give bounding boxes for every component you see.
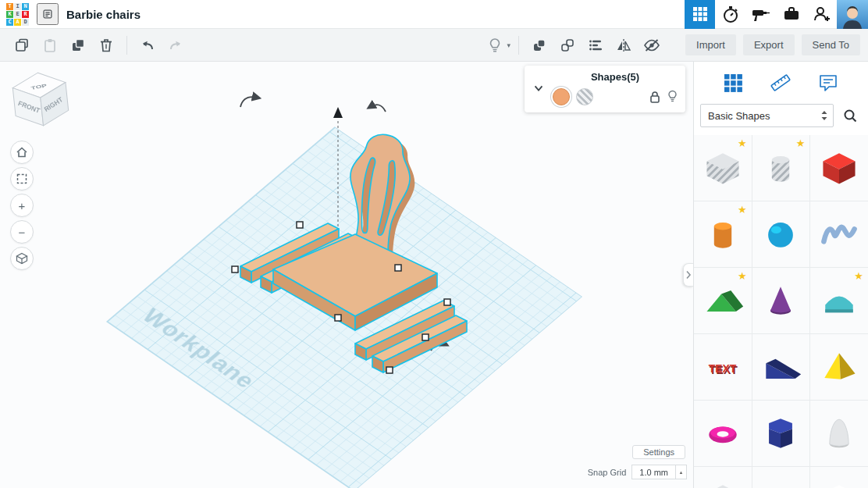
ungroup-button[interactable] bbox=[555, 34, 580, 57]
power-tool-icon bbox=[751, 5, 771, 23]
shape-partial-3[interactable] bbox=[810, 467, 868, 488]
import-button[interactable]: Import bbox=[685, 34, 736, 55]
perspective-toggle-button[interactable] bbox=[10, 247, 34, 270]
shape-box-hole[interactable]: ★ bbox=[694, 135, 752, 201]
shape-library[interactable]: ★★★★★TEXTTEXT bbox=[694, 135, 868, 488]
shape-sphere[interactable] bbox=[752, 201, 810, 267]
search-shapes-button[interactable] bbox=[838, 104, 862, 127]
caret-updown-icon bbox=[820, 109, 828, 122]
shape-torus[interactable] bbox=[694, 401, 752, 466]
align-button[interactable] bbox=[583, 34, 608, 57]
home-view-button[interactable] bbox=[10, 141, 34, 164]
lightbulb-caret-icon[interactable]: ▾ bbox=[507, 41, 511, 49]
shape-wedge[interactable] bbox=[752, 334, 810, 400]
view-cube[interactable]: TOP FRONT RIGHT bbox=[8, 69, 73, 135]
duplicate-icon bbox=[70, 37, 86, 53]
hide-icon bbox=[643, 37, 660, 53]
snap-grid-caret-icon[interactable]: ▲ bbox=[675, 465, 686, 479]
tinkercad-logo[interactable]: TINKERCAD bbox=[6, 3, 29, 26]
redo-icon bbox=[167, 37, 184, 53]
zoom-out-button[interactable]: − bbox=[10, 220, 34, 244]
toolbox-button[interactable] bbox=[776, 0, 806, 29]
shape-cylinder-hole[interactable]: ★ bbox=[752, 135, 810, 201]
copy-button[interactable] bbox=[9, 34, 34, 57]
shape-category-select[interactable]: Basic Shapes bbox=[700, 104, 834, 127]
chevron-down-icon bbox=[532, 82, 545, 94]
torus-icon bbox=[701, 411, 745, 455]
tab-ruler[interactable] bbox=[770, 73, 792, 93]
shape-cylinder[interactable]: ★ bbox=[694, 201, 752, 267]
raise-handle[interactable] bbox=[333, 107, 343, 118]
shape-polygon[interactable] bbox=[752, 401, 810, 466]
wedge-icon bbox=[759, 345, 802, 389]
lock-button[interactable] bbox=[649, 90, 661, 104]
blocks-mode-button[interactable] bbox=[685, 0, 715, 29]
shape-paraboloid[interactable] bbox=[810, 401, 868, 466]
shape-scribble[interactable] bbox=[810, 201, 868, 267]
show-all-button[interactable] bbox=[482, 34, 507, 57]
app-header: TINKERCAD Barbie chairs bbox=[0, 0, 868, 29]
delete-button[interactable] bbox=[94, 34, 119, 57]
box-hole-icon bbox=[701, 146, 745, 190]
shape-pyramid[interactable] bbox=[810, 334, 868, 400]
zoom-in-button[interactable]: + bbox=[10, 194, 34, 217]
shape-partial-2[interactable] bbox=[752, 467, 810, 488]
solid-color-swatch[interactable] bbox=[553, 88, 570, 105]
my-designs-button[interactable] bbox=[37, 3, 59, 25]
print-tool-button[interactable] bbox=[745, 0, 776, 29]
polygon-icon bbox=[759, 411, 802, 455]
user-avatar[interactable] bbox=[837, 0, 868, 29]
viewport-3d[interactable]: Workplane bbox=[0, 62, 693, 488]
shape-roof[interactable]: ★ bbox=[694, 268, 752, 333]
hide-shape-button[interactable] bbox=[667, 90, 678, 104]
collapse-shapes-panel-button[interactable] bbox=[683, 263, 693, 287]
navigation-controls: + − bbox=[10, 141, 34, 270]
duplicate-button[interactable] bbox=[66, 34, 91, 57]
shape-partial-1[interactable] bbox=[694, 467, 752, 488]
shape-box[interactable] bbox=[810, 135, 868, 201]
stopwatch-icon bbox=[721, 5, 740, 23]
group-icon bbox=[532, 37, 547, 53]
rotate-handle-top-right[interactable] bbox=[370, 105, 386, 112]
cone-icon bbox=[759, 279, 802, 322]
toolbar-separator bbox=[518, 36, 519, 55]
hide-button[interactable] bbox=[639, 34, 664, 57]
tab-shapes[interactable] bbox=[724, 73, 743, 93]
mirror-button[interactable] bbox=[611, 34, 636, 57]
scribble-icon bbox=[817, 212, 861, 256]
design-title[interactable]: Barbie chairs bbox=[66, 8, 141, 21]
chair-model[interactable] bbox=[240, 130, 467, 372]
copy-icon bbox=[14, 37, 30, 53]
shape-filter-row: Basic Shapes bbox=[694, 104, 868, 135]
person-add-icon bbox=[812, 5, 832, 23]
shape-text[interactable]: TEXTTEXT bbox=[694, 334, 752, 400]
export-button[interactable]: Export bbox=[743, 34, 795, 55]
logo-letter: A bbox=[14, 19, 21, 26]
group-button[interactable] bbox=[527, 34, 552, 57]
simlab-button[interactable] bbox=[715, 0, 745, 29]
trash-icon bbox=[98, 37, 114, 53]
collapse-selection-panel-button[interactable] bbox=[531, 71, 546, 105]
rotate-handle-top-left[interactable] bbox=[240, 97, 258, 107]
redo-button[interactable] bbox=[163, 34, 188, 57]
toolbar-separator bbox=[126, 36, 127, 55]
briefcase-icon bbox=[782, 5, 801, 23]
snap-grid-value: 1.0 mm bbox=[632, 465, 675, 479]
partial-2-icon bbox=[759, 478, 802, 488]
collaborate-button[interactable] bbox=[806, 0, 837, 29]
panel-tabs bbox=[694, 62, 868, 104]
undo-icon bbox=[139, 37, 156, 53]
shape-cone[interactable] bbox=[752, 268, 810, 333]
tab-notes[interactable] bbox=[818, 73, 838, 93]
hole-swatch[interactable] bbox=[576, 88, 593, 105]
chevron-right-icon bbox=[685, 270, 692, 280]
snap-grid-dropdown[interactable]: 1.0 mm ▲ bbox=[631, 465, 687, 479]
paste-button[interactable] bbox=[37, 34, 62, 57]
shape-round-roof[interactable]: ★ bbox=[810, 268, 868, 333]
settings-button[interactable]: Settings bbox=[632, 445, 685, 459]
send-to-button[interactable]: Send To bbox=[802, 34, 860, 55]
notes-icon bbox=[818, 73, 838, 93]
svg-text:TEXT: TEXT bbox=[708, 362, 736, 375]
fit-view-button[interactable] bbox=[10, 167, 34, 191]
undo-button[interactable] bbox=[135, 34, 160, 57]
